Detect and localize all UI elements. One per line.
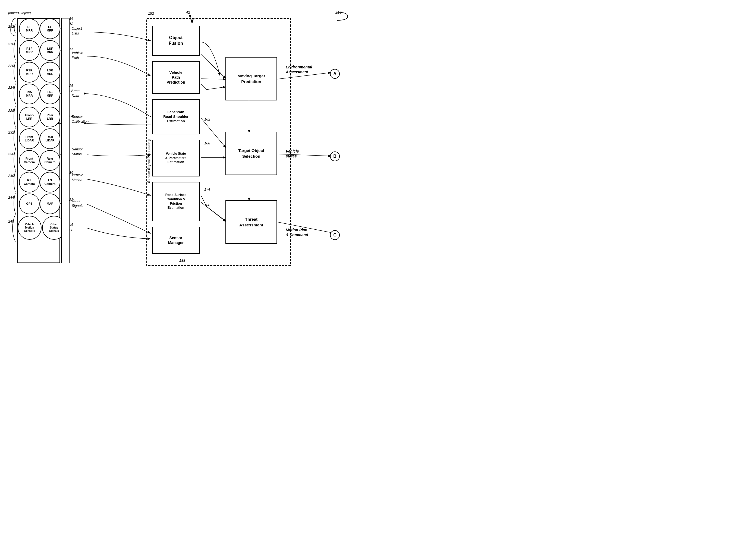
ref-174: 174: [204, 187, 210, 191]
vehicle-state-box: Vehicle State& ParametersEstimation: [152, 140, 200, 176]
object-fusion-box: ObjectFusion: [152, 26, 200, 56]
ref-228: 228: [8, 109, 14, 113]
road-surface-box: Road SurfaceCondition &FrictionEstimatio…: [152, 182, 200, 221]
sensor-status-label: SensorStatus: [72, 147, 83, 156]
ref-248: 248: [8, 219, 14, 223]
ref-162: 162: [204, 117, 210, 121]
vehicle-states-label: Vehiclestates: [286, 149, 299, 159]
rr-mrr-sensor: RR-MRR: [19, 84, 40, 104]
moving-target-box: Moving TargetPrediction: [225, 57, 277, 100]
ref-244: 244: [8, 195, 14, 200]
circle-C: C: [330, 230, 340, 240]
ref-252: 252: [8, 24, 14, 29]
vehicle-path-label: VehiclePath: [72, 50, 83, 60]
lane-path-box: Lane/PathRoad ShoulderEstimation: [152, 99, 200, 134]
svg-line-18: [206, 87, 226, 90]
sensor-calib-label: SensorCalibration: [72, 114, 89, 124]
map-sensor: MAP: [40, 194, 60, 214]
ref-232: 232: [8, 130, 14, 134]
front-lidar-sensor: FrontLIDAR: [19, 128, 40, 149]
vehicle-path-pred-box: VehiclePathPrediction: [152, 61, 200, 94]
svg-line-17: [201, 84, 206, 90]
svg-line-12: [201, 79, 226, 79]
obj-lists-label: ObjectLists: [72, 26, 82, 36]
veh-motion-sensor: VehicleMotionSensors: [18, 216, 42, 240]
rear-camera-sensor: RearCamera: [40, 150, 60, 171]
rf-mrr-sensor: RFMRR: [19, 18, 40, 39]
other-signals-label: OtherSignals: [72, 198, 83, 208]
svg-line-27: [276, 154, 331, 156]
circle-B: B: [330, 151, 340, 161]
lane-data-label: LaneData: [72, 88, 80, 98]
ref-212: 212: [15, 11, 21, 15]
rsf-mrr-sensor: RSFMRR: [19, 40, 40, 61]
rear-lrr-sensor: RearLRR: [40, 107, 60, 127]
env-assessment-label: EnvironmentalAssessment: [286, 65, 312, 74]
ref-180: 180: [204, 203, 210, 207]
ref-188: 188: [179, 258, 185, 262]
lf-mrr-sensor: LFMRR: [40, 18, 60, 39]
lr-mrr-sensor: LR-MRR: [40, 84, 60, 104]
ref-216: 216: [8, 42, 14, 46]
threat-assessment-box: ThreatAssessment: [225, 200, 277, 244]
svg-line-23: [206, 206, 226, 221]
ref-168: 168: [204, 141, 210, 145]
sensor-manager-box: SensorManager: [152, 227, 200, 254]
main-diagram: [object Object] 212 252 214 218 216 222 …: [0, 0, 364, 280]
svg-line-16: [201, 54, 226, 79]
sensor-signal-processing-bar: Sensor Signal Processing: [61, 18, 69, 263]
svg-line-13: [201, 79, 226, 79]
sensor-signal-label: Sensor Signal Processing: [147, 139, 151, 183]
front-lrr-sensor: Front-LRR: [19, 107, 40, 127]
svg-line-15: [201, 42, 226, 76]
ls-camera-sensor: LSCamera: [40, 172, 60, 192]
lsr-mrr-sensor: LSRMRR: [40, 62, 60, 83]
gps-sensor: GPS: [19, 194, 40, 214]
motion-plan-label: Motion Plan& Command: [286, 227, 308, 237]
rear-lidar-sensor: RearLIDAR: [40, 128, 60, 149]
ref-220: 220: [8, 64, 14, 68]
ref-236a: 236: [8, 152, 14, 156]
target-object-box: Target ObjectSelection: [225, 132, 277, 175]
rsr-mrr-sensor: RSRMRR: [19, 62, 40, 83]
lsf-mrr-sensor: LSFMRR: [40, 40, 60, 61]
vehicle-motion-label: VehicleMotion: [72, 172, 83, 182]
ref-240: 240: [8, 174, 14, 178]
front-camera-sensor: FrontCamera: [19, 150, 40, 171]
ref-152: 152: [148, 11, 154, 15]
rs-camera-sensor: RSCamera: [19, 172, 40, 192]
ref-224: 224: [8, 86, 14, 90]
circle-A: A: [330, 69, 340, 79]
